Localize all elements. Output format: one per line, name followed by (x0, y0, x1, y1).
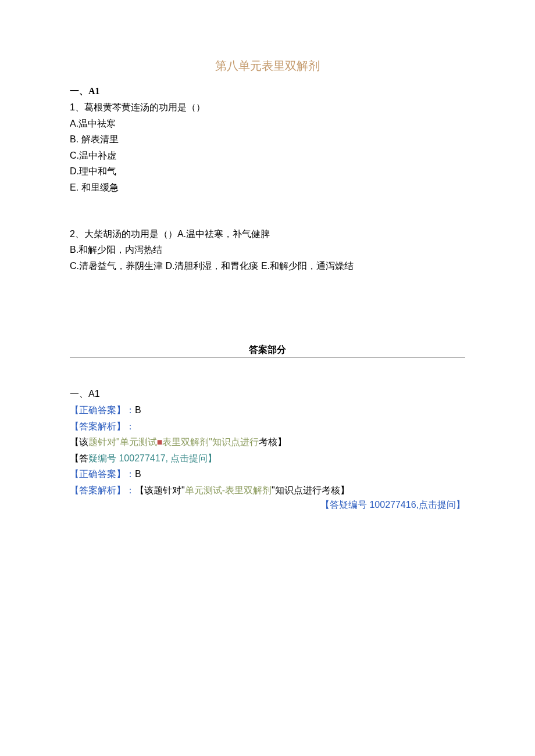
q1-stem: 1、葛根黄芩黄连汤的功用是（） (70, 100, 465, 115)
a1-point-square-icon: ■ (157, 437, 163, 447)
spacer (70, 196, 465, 225)
a2-faq-wrapper: 【答疑编号 100277416,点击提问】 (70, 499, 465, 511)
q1-option-c: C.温中补虚 (70, 148, 465, 163)
a2-analysis-label: 【答案解析】： (70, 485, 135, 495)
a1-correct: 【正确答案】：B (70, 403, 465, 418)
spacer (70, 274, 465, 315)
a1-point-mid2: 表里双解剂"知识点进行 (162, 437, 259, 447)
a2-point-text: 【该题针对" (135, 485, 185, 495)
a1-correct-value: B (135, 405, 141, 415)
divider-line (70, 357, 465, 357)
a1-faq-click[interactable]: 点击 (170, 453, 189, 463)
a2-point-end: "知识点进行考核】 (272, 485, 349, 495)
q1-option-a: A.温中祛寒 (70, 116, 465, 131)
document-page: 第八单元表里双解剂 一、A1 1、葛根黄芩黄连汤的功用是（） A.温中祛寒 B.… (0, 0, 535, 511)
answer-section-label: 一、A1 (70, 386, 465, 402)
a2-correct-label: 【正确答案】： (70, 469, 135, 479)
a2-correct: 【正确答案】：B (70, 467, 465, 482)
a1-point-end: 考核】 (259, 437, 287, 447)
q1-option-e: E. 和里缓急 (70, 180, 465, 195)
a1-knowledge-point: 【该题针对"单元测试■表里双解剂"知识点进行考核】 (70, 435, 465, 450)
a2-point-green: 单元测试-表里双解剂 (185, 485, 272, 495)
a1-point-mid1: 题针对"单元测试 (88, 437, 157, 447)
q2-line2: B.和解少阳，内泻热结 (70, 242, 465, 257)
q2-line3: C.清暑益气，养阴生津 D.清胆利湿，和胃化痰 E.和解少阳，通泻燥结 (70, 259, 465, 274)
a1-analysis-label: 【答案解析】： (70, 419, 465, 434)
a2-correct-value: B (135, 469, 141, 479)
a1-faq-mid1: 疑编号 100277417, (88, 453, 170, 463)
document-title: 第八单元表里双解剂 (70, 58, 465, 74)
q1-option-d: D.理中和气 (70, 164, 465, 179)
q2-line1: 2、大柴胡汤的功用是（）A.温中祛寒，补气健脾 (70, 227, 465, 242)
spacer (70, 315, 465, 344)
a1-faq: 【答疑编号 100277417, 点击提问】 (70, 451, 465, 466)
a1-correct-label: 【正确答案】： (70, 405, 135, 415)
answer-header-wrapper: 答案部分 (70, 344, 465, 356)
answer-section-header: 答案部分 (70, 344, 465, 356)
a1-faq-mid2: 提问】 (189, 453, 217, 463)
a2-faq-link[interactable]: 【答疑编号 100277416,点击提问】 (320, 500, 465, 510)
a1-faq-open: 【答 (70, 453, 88, 463)
q1-option-b: B. 解表清里 (70, 132, 465, 147)
a1-point-open: 【该 (70, 437, 88, 447)
question-section-label: 一、A1 (70, 85, 465, 98)
a2-analysis: 【答案解析】：【该题针对"单元测试-表里双解剂"知识点进行考核】 (70, 483, 465, 498)
spacer (70, 374, 465, 385)
